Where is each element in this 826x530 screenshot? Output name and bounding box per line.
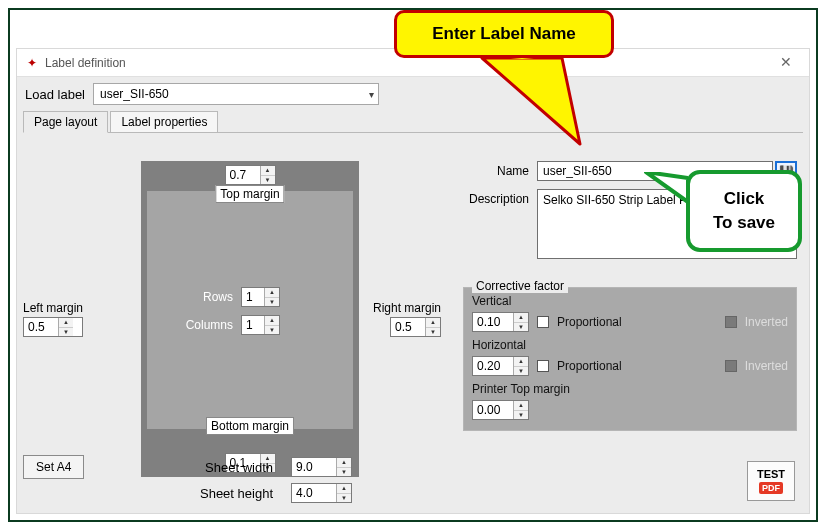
horizontal-input[interactable]: [473, 357, 513, 375]
client-area: Load label user_SII-650 ▾ Page layout La…: [17, 77, 809, 513]
horizontal-proportional-checkbox[interactable]: [537, 360, 549, 372]
tab-page-layout[interactable]: Page layout: [23, 111, 108, 133]
sheet-width-spin[interactable]: ▲▼: [291, 457, 352, 477]
description-label: Description: [463, 189, 537, 206]
left-margin-input[interactable]: [24, 318, 58, 336]
callout-enter-label-name: Enter Label Name: [394, 10, 614, 58]
left-margin-label: Left margin: [23, 301, 83, 315]
load-label-row: Load label user_SII-650 ▾: [17, 77, 809, 109]
left-margin-spin-buttons[interactable]: ▲▼: [58, 318, 73, 336]
callout-click-to-save: Click To save: [686, 170, 802, 252]
dialog-window: ✦ Label definition ✕ Load label user_SII…: [16, 48, 810, 514]
top-margin-label: Top margin: [220, 187, 279, 201]
left-margin-control: Left margin ▲▼: [23, 301, 83, 337]
horizontal-inverted-checkbox[interactable]: [725, 360, 737, 372]
window-title: Label definition: [45, 56, 126, 70]
tab-label-properties[interactable]: Label properties: [110, 111, 218, 132]
bottom-margin-label-box: Bottom margin: [206, 417, 294, 435]
load-label-caption: Load label: [25, 87, 85, 102]
callout-enter-label-text: Enter Label Name: [432, 24, 576, 44]
sheet-height-label: Sheet height: [153, 486, 273, 501]
horizontal-inverted-label: Inverted: [745, 359, 788, 373]
svg-marker-2: [646, 172, 688, 202]
chevron-down-icon: ▾: [369, 89, 374, 100]
top-margin-spin[interactable]: ▲▼: [225, 165, 276, 185]
left-margin-spin[interactable]: ▲▼: [23, 317, 83, 337]
vertical-label: Vertical: [472, 294, 788, 308]
top-margin-spin-buttons[interactable]: ▲▼: [260, 166, 275, 184]
rows-columns: Rows ▲▼ Columns ▲▼: [177, 287, 280, 335]
top-margin-input[interactable]: [226, 166, 260, 184]
tab-page-layout-label: Page layout: [34, 115, 97, 129]
name-label: Name: [463, 161, 537, 178]
sheet-width-label: Sheet width: [153, 460, 273, 475]
printer-top-input[interactable]: [473, 401, 513, 419]
columns-spin-buttons[interactable]: ▲▼: [264, 316, 279, 334]
vertical-inverted-checkbox[interactable]: [725, 316, 737, 328]
callout-yellow-tail: [452, 56, 592, 156]
pdf-badge: PDF: [759, 482, 783, 494]
callout-click-line2: To save: [713, 211, 775, 235]
right-margin-spin-buttons[interactable]: ▲▼: [425, 318, 440, 336]
vertical-spin-buttons[interactable]: ▲▼: [513, 313, 528, 331]
app-icon: ✦: [25, 56, 39, 70]
load-label-combo[interactable]: user_SII-650 ▾: [93, 83, 379, 105]
page-preview: ▲▼ Top margin Rows: [141, 161, 359, 477]
columns-label: Columns: [177, 318, 233, 332]
corrective-factor-title: Corrective factor: [472, 279, 568, 293]
sheet-width-input[interactable]: [292, 458, 336, 476]
sheet-height-spin-buttons[interactable]: ▲▼: [336, 484, 351, 502]
vertical-input[interactable]: [473, 313, 513, 331]
printer-top-spin-buttons[interactable]: ▲▼: [513, 401, 528, 419]
rows-label: Rows: [177, 290, 233, 304]
vertical-proportional-checkbox[interactable]: [537, 316, 549, 328]
callout-green-tail: [644, 172, 688, 212]
horizontal-spin[interactable]: ▲▼: [472, 356, 529, 376]
svg-marker-0: [482, 58, 580, 144]
close-icon: ✕: [780, 54, 792, 70]
test-pdf-button[interactable]: TEST PDF: [747, 461, 795, 501]
sheet-height-spin[interactable]: ▲▼: [291, 483, 352, 503]
sheet-height-input[interactable]: [292, 484, 336, 502]
sheet-width-spin-buttons[interactable]: ▲▼: [336, 458, 351, 476]
rows-input[interactable]: [242, 288, 264, 306]
page-preview-inner: Top margin Rows ▲▼: [147, 191, 353, 429]
right-margin-input[interactable]: [391, 318, 425, 336]
rows-spin[interactable]: ▲▼: [241, 287, 280, 307]
tab-label-properties-label: Label properties: [121, 115, 207, 129]
horizontal-spin-buttons[interactable]: ▲▼: [513, 357, 528, 375]
horizontal-label: Horizontal: [472, 338, 788, 352]
set-a4-label: Set A4: [36, 460, 71, 474]
callout-click-line1: Click: [724, 187, 765, 211]
right-margin-control: Right margin ▲▼: [373, 301, 441, 337]
vertical-proportional-label: Proportional: [557, 315, 622, 329]
rows-spin-buttons[interactable]: ▲▼: [264, 288, 279, 306]
load-label-value: user_SII-650: [100, 87, 169, 101]
tabs: Page layout Label properties: [23, 111, 803, 133]
horizontal-proportional-label: Proportional: [557, 359, 622, 373]
corrective-factor-group: Corrective factor Vertical ▲▼ Proportion…: [463, 287, 797, 431]
set-a4-button[interactable]: Set A4: [23, 455, 84, 479]
test-label: TEST: [757, 468, 785, 480]
columns-input[interactable]: [242, 316, 264, 334]
printer-top-spin[interactable]: ▲▼: [472, 400, 529, 420]
bottom-margin-label: Bottom margin: [211, 419, 289, 433]
right-margin-label: Right margin: [373, 301, 441, 315]
columns-spin[interactable]: ▲▼: [241, 315, 280, 335]
vertical-spin[interactable]: ▲▼: [472, 312, 529, 332]
printer-top-label: Printer Top margin: [472, 382, 788, 396]
right-margin-spin[interactable]: ▲▼: [390, 317, 441, 337]
vertical-inverted-label: Inverted: [745, 315, 788, 329]
outer-frame: Enter Label Name Click To save ✦ Label d…: [8, 8, 818, 522]
close-button[interactable]: ✕: [769, 51, 803, 73]
top-margin-label-box: Top margin: [215, 185, 284, 203]
